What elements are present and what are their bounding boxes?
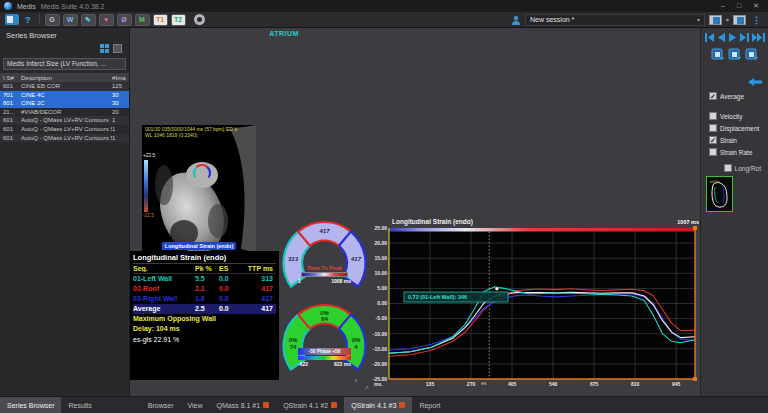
svg-text:es/On: es/On — [710, 180, 719, 184]
checkbox-average[interactable]: ✓Average — [709, 90, 766, 102]
svg-text:25.00: 25.00 — [374, 225, 387, 231]
toolbar-separator — [39, 14, 40, 25]
tab-spacer — [99, 397, 141, 413]
longrot-checkbox[interactable]: Long/Rot — [724, 162, 761, 174]
medis-ring-icon[interactable] — [194, 14, 205, 25]
list-view-icon[interactable] — [113, 44, 122, 53]
svg-text:ms.: ms. — [374, 381, 383, 387]
checkbox-displacement[interactable]: Displacement — [709, 122, 766, 134]
toolbar-app-icon-2[interactable]: W — [63, 14, 78, 26]
ttp-scale: Time To Peak 1 1008 ms — [293, 265, 356, 284]
resize-icon[interactable]: ↗ — [364, 384, 369, 391]
svg-text:417: 417 — [350, 256, 362, 262]
close-button[interactable]: ✕ — [753, 2, 759, 10]
caret-down-icon[interactable]: ▾ — [726, 16, 729, 23]
export-series-icon[interactable] — [711, 48, 724, 60]
help-button[interactable]: ? — [22, 15, 34, 25]
tab-results[interactable]: Results — [61, 397, 98, 413]
strain-row: 02-Roof2.10.0417 — [133, 284, 276, 294]
toolbar-app-icon-5[interactable]: Ø — [117, 14, 132, 26]
col-images: #Ima — [112, 73, 129, 82]
col-description: Description — [21, 73, 112, 82]
ttp-scale-range: 1 1008 ms — [298, 278, 351, 284]
tab-qstrain-4-1-3[interactable]: QStrain 4.1 #3 — [344, 397, 412, 413]
resize-icon[interactable]: ↗ — [353, 377, 358, 384]
series-row[interactable]: 601AutoQ - QMass LV+RV Contours1 — [0, 116, 129, 125]
patient-browser-icon[interactable] — [5, 14, 19, 25]
toolbar-app-icon-6[interactable]: M — [135, 14, 150, 26]
layout-icon-2[interactable] — [733, 15, 746, 25]
svg-text:0%: 0% — [289, 337, 298, 343]
menu-dots-button[interactable]: ⋮ — [750, 15, 763, 25]
ttp-arch-drawing: 313417417 — [278, 216, 371, 309]
series-browser-title: Series Browser — [0, 28, 129, 40]
checkbox-icon — [724, 164, 732, 172]
series-table-header: \ S# Description #Ima — [0, 73, 129, 82]
skip-first-button[interactable] — [704, 33, 715, 42]
toolbar-app-icon-7[interactable]: T1 — [153, 14, 168, 26]
phase-scale-bar — [298, 356, 351, 360]
maximize-button[interactable]: □ — [737, 2, 741, 10]
tab-view[interactable]: View — [181, 397, 210, 413]
svg-text:945: 945 — [672, 381, 681, 387]
series-row[interactable]: 601AutoQ - QMass LV+RV Contours SAX1 — [0, 125, 129, 134]
strain-chart[interactable]: Longitudinal Strain (endo) 1007 ms 25.00… — [368, 218, 702, 395]
layout-icon-1[interactable] — [709, 15, 722, 25]
tab-report[interactable]: Report — [412, 397, 447, 413]
checkbox-strain-rate[interactable]: Strain Rate — [709, 146, 766, 158]
tab-qstrain-4-1-2[interactable]: QStrain 4.1 #2 — [276, 397, 344, 413]
series-filter-dropdown[interactable]: Medis Infarct Size (LV Function, ... — [3, 58, 126, 70]
phase-scale-title-bar: -50 Phase +50 — [298, 348, 351, 355]
cine-image[interactable]: 001/30 035/0000/1044 ms (57 bpm) ED V WL… — [142, 125, 256, 253]
playback-controls — [701, 33, 768, 42]
export-series-icon[interactable] — [745, 48, 758, 60]
svg-text:-5.00: -5.00 — [376, 315, 388, 321]
series-row[interactable]: 701CINE 4C30 — [0, 91, 129, 100]
chart-tooltip: 0.72 (01-Left Wall): 346 — [404, 292, 508, 302]
step-forward-button[interactable] — [739, 33, 750, 42]
grid-view-icon[interactable] — [100, 44, 109, 53]
toolbar-app-icon-1[interactable]: G — [45, 14, 60, 26]
series-browser-panel: Series Browser Medis Infarct Size (LV Fu… — [0, 28, 130, 396]
series-row[interactable]: 21...#VIAB/DECOR20 — [0, 108, 129, 117]
export-series-icon[interactable] — [728, 48, 741, 60]
col-pk: Pk % — [195, 265, 219, 272]
checkbox-velocity[interactable]: Velocity — [709, 110, 766, 122]
series-row[interactable]: 801CINE 2C30 — [0, 99, 129, 108]
col-ttp: TTP ms — [239, 265, 276, 272]
user-icon — [511, 15, 521, 25]
toolbar-app-icon-8[interactable]: T2 — [171, 14, 186, 26]
strain-row: 03-Right Wall1.60.0417 — [133, 294, 276, 304]
tab-browser[interactable]: Browser — [141, 397, 181, 413]
svg-text:5.00: 5.00 — [377, 285, 387, 291]
svg-text:0.72 (01-Left Wall): 346: 0.72 (01-Left Wall): 346 — [408, 294, 467, 300]
right-control-panel: ✓AverageVelocityDisplacement✓StrainStrai… — [700, 28, 768, 396]
app-name: Medis — [17, 3, 36, 10]
session-selector[interactable]: New session * ▾ — [525, 14, 705, 26]
orientation-thumbnail[interactable]: es/On — [706, 176, 733, 212]
minimize-button[interactable]: – — [721, 2, 725, 10]
svg-text:es: es — [481, 381, 487, 386]
strain-table-title: Longitudinal Strain (endo) — [133, 253, 276, 264]
col-es: ES — [219, 265, 239, 272]
ttp-scale-min: 1 — [298, 278, 301, 284]
svg-text:405: 405 — [508, 381, 517, 387]
toolbar-app-icon-4[interactable]: ♥ — [99, 14, 114, 26]
step-back-button[interactable] — [717, 33, 726, 42]
collapse-panel-button[interactable] — [748, 72, 762, 90]
checkbox-strain[interactable]: ✓Strain — [709, 134, 766, 146]
svg-text:135: 135 — [426, 381, 435, 387]
play-button[interactable] — [728, 33, 737, 42]
app-tab-icon — [263, 402, 269, 408]
skip-last-button[interactable] — [752, 33, 766, 42]
toolbar-right-group: New session * ▾ ▾ ⋮ — [511, 14, 763, 26]
export-buttons — [701, 48, 768, 60]
series-row[interactable]: 601AutoQ - QMass LV+RV Contours SAX1 — [0, 134, 129, 143]
toolbar-app-icon-3[interactable]: ✎ — [81, 14, 96, 26]
tab-qmass-8-1-1[interactable]: QMass 8.1 #1 — [210, 397, 277, 413]
time-to-peak-arch: 313417417 Time To Peak 1 1008 ms — [278, 216, 371, 309]
tab-series-browser[interactable]: Series Browser — [0, 397, 61, 413]
series-row[interactable]: 601CINE EB COR125 — [0, 82, 129, 91]
phase-scale: -50 Phase +50 -622 622 ms — [293, 348, 356, 367]
svg-text:15.00: 15.00 — [374, 255, 387, 261]
